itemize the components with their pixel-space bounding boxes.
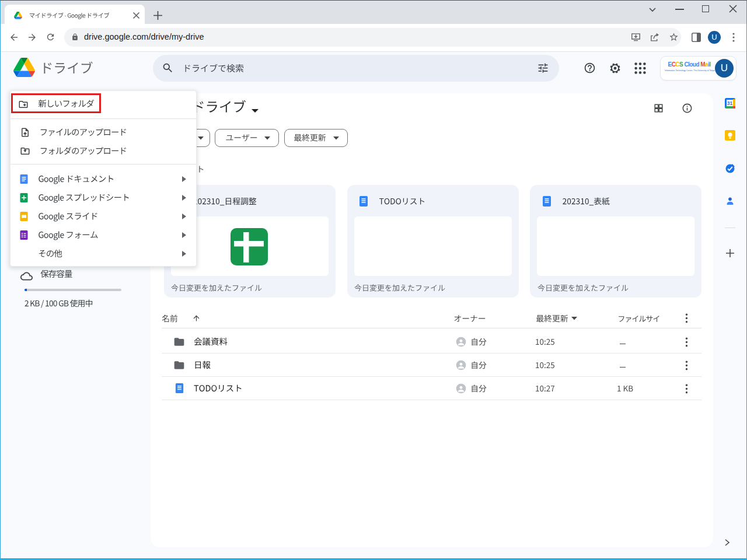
svg-text:31: 31: [727, 100, 733, 106]
